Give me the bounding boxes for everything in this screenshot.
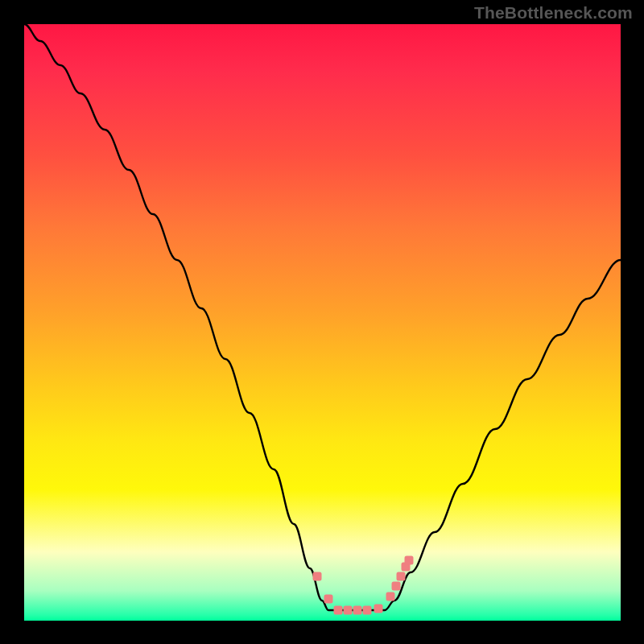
data-marker xyxy=(344,606,353,615)
data-marker xyxy=(405,556,414,565)
plot-area xyxy=(24,24,621,621)
curve-layer xyxy=(24,24,621,621)
curve-left-branch xyxy=(24,24,328,610)
data-marker xyxy=(363,606,372,615)
watermark-text: TheBottleneck.com xyxy=(474,3,633,23)
data-marker xyxy=(374,605,383,613)
data-marker xyxy=(353,606,362,615)
chart-frame: TheBottleneck.com xyxy=(0,0,644,644)
curve-right-branch xyxy=(385,260,621,610)
data-marker xyxy=(313,572,322,581)
data-marker xyxy=(397,572,406,581)
data-marker xyxy=(386,592,395,601)
data-marker xyxy=(324,595,333,604)
data-marker xyxy=(334,606,343,615)
data-marker xyxy=(392,582,401,591)
